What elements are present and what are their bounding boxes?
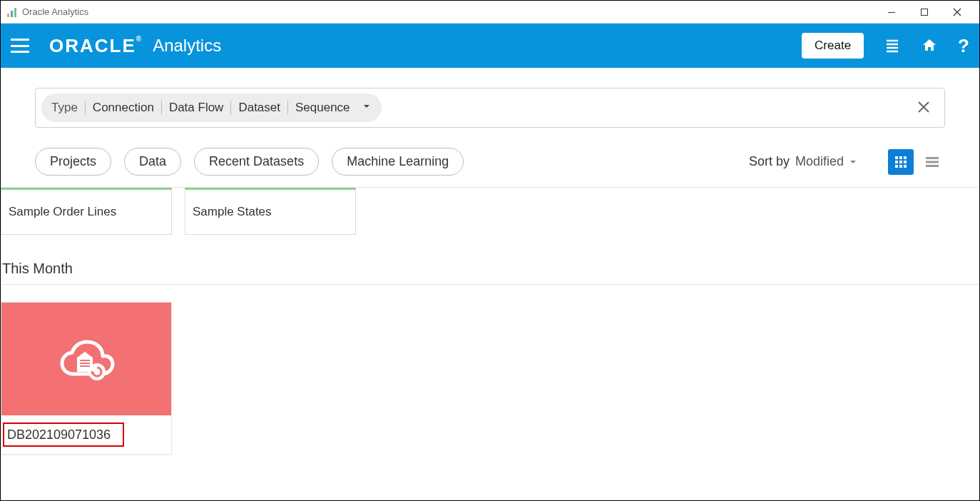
connection-tile[interactable]: DB202109071036 xyxy=(1,302,172,455)
filter-box: Type Connection Data Flow Dataset Sequen… xyxy=(35,88,945,128)
svg-rect-12 xyxy=(899,165,902,168)
svg-rect-7 xyxy=(904,156,907,159)
svg-rect-2 xyxy=(14,8,16,17)
svg-rect-8 xyxy=(895,161,898,163)
card-title: Sample States xyxy=(193,205,272,219)
svg-rect-11 xyxy=(895,165,898,168)
hamburger-menu-button[interactable] xyxy=(11,39,29,53)
tab-recent-datasets[interactable]: Recent Datasets xyxy=(194,148,319,176)
content-area: Sample Order Lines Sample States This Mo… xyxy=(1,188,979,455)
tabs-row: Projects Data Recent Datasets Machine Le… xyxy=(1,128,979,187)
card-sample-states[interactable]: Sample States xyxy=(185,188,356,235)
chevron-down-icon xyxy=(848,157,858,167)
svg-marker-18 xyxy=(77,352,93,358)
grid-view-button[interactable] xyxy=(888,149,914,175)
section-rule xyxy=(2,284,979,285)
tile-thumbnail xyxy=(1,303,171,415)
svg-rect-14 xyxy=(926,157,939,159)
svg-rect-10 xyxy=(904,161,907,163)
type-filter-item-dataflow[interactable]: Data Flow xyxy=(161,101,231,115)
svg-rect-6 xyxy=(899,156,902,159)
view-toggle xyxy=(888,149,945,175)
tile-label: DB202109071036 xyxy=(7,427,111,442)
cloud-database-icon xyxy=(54,330,118,388)
svg-rect-16 xyxy=(926,165,939,167)
svg-rect-5 xyxy=(895,156,898,159)
window-maximize-button[interactable] xyxy=(908,1,941,24)
header-menu-list-icon[interactable] xyxy=(884,37,901,54)
section-title-this-month: This Month xyxy=(1,235,979,284)
app-header: ORACLE® Analytics Create ? xyxy=(1,24,979,68)
tab-projects[interactable]: Projects xyxy=(35,148,111,176)
type-filter-label: Type xyxy=(51,101,85,115)
window-title: Oracle Analytics xyxy=(22,6,88,17)
os-titlebar: Oracle Analytics xyxy=(1,1,979,24)
brand: ORACLE® Analytics xyxy=(49,35,221,57)
create-button[interactable]: Create xyxy=(802,33,864,59)
recent-cards-row: Sample Order Lines Sample States xyxy=(1,188,979,235)
filter-row: Type Connection Data Flow Dataset Sequen… xyxy=(1,68,979,128)
tab-data[interactable]: Data xyxy=(124,148,181,176)
help-icon[interactable]: ? xyxy=(958,35,969,57)
brand-oracle: ORACLE® xyxy=(49,35,143,57)
svg-rect-13 xyxy=(904,165,907,168)
tile-label-highlight: DB202109071036 xyxy=(3,422,124,447)
type-filter-item-connection[interactable]: Connection xyxy=(85,101,161,115)
brand-analytics: Analytics xyxy=(153,36,221,56)
sort-by-control[interactable]: Sort by Modified xyxy=(749,154,858,169)
home-icon[interactable] xyxy=(921,37,938,54)
svg-point-19 xyxy=(88,363,106,380)
app-icon xyxy=(6,6,18,18)
tab-machine-learning[interactable]: Machine Learning xyxy=(332,148,464,176)
type-filter-item-sequence[interactable]: Sequence xyxy=(287,101,357,115)
clear-filter-button[interactable] xyxy=(916,99,931,117)
sort-by-value[interactable]: Modified xyxy=(795,154,858,169)
svg-rect-4 xyxy=(922,9,928,15)
list-view-button[interactable] xyxy=(919,149,945,175)
card-title: Sample Order Lines xyxy=(9,205,116,219)
svg-rect-15 xyxy=(926,161,939,163)
chevron-down-icon[interactable] xyxy=(362,101,372,115)
type-filter-chip[interactable]: Type Connection Data Flow Dataset Sequen… xyxy=(41,93,382,122)
svg-rect-0 xyxy=(7,14,9,17)
tile-footer: DB202109071036 xyxy=(1,415,171,454)
window-close-button[interactable] xyxy=(941,1,974,24)
svg-rect-9 xyxy=(899,161,902,163)
type-filter-item-dataset[interactable]: Dataset xyxy=(230,101,287,115)
sort-by-label: Sort by xyxy=(749,154,790,169)
svg-rect-1 xyxy=(11,11,13,17)
card-sample-order-lines[interactable]: Sample Order Lines xyxy=(1,188,172,235)
window-minimize-button[interactable] xyxy=(875,1,908,24)
svg-rect-3 xyxy=(888,12,895,13)
